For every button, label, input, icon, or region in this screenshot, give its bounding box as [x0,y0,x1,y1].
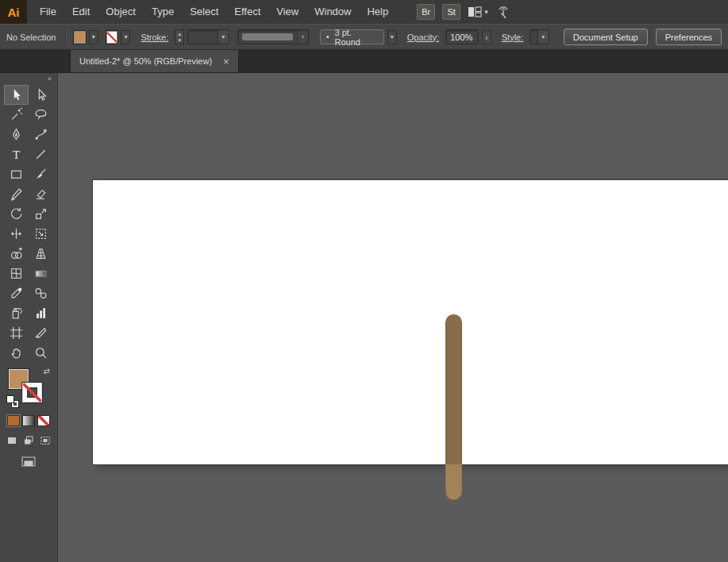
shaper-tool[interactable] [4,184,29,204]
rotate-tool[interactable] [4,204,29,224]
canvas-object-stick[interactable] [445,314,462,500]
free-transform-icon [34,227,48,241]
brush-dropdown[interactable]: ▾ [387,30,397,44]
swap-fill-stroke-icon[interactable]: ⇄ [44,367,50,375]
tab-title: Untitled-2* @ 50% (RGB/Preview) [79,56,212,66]
workspace-switcher[interactable]: ▾ [468,6,488,17]
brush-dot-icon: • [326,33,329,41]
hand-tool[interactable] [4,343,29,363]
draw-behind-button[interactable] [22,434,36,447]
pen-tool[interactable] [4,125,29,144]
style-label[interactable]: Style: [502,33,524,42]
menu-effect[interactable]: Effect [226,0,268,24]
opacity-menu-button[interactable]: › [482,30,491,44]
stepper-up-icon[interactable]: ▴ [175,30,183,37]
change-screen-mode-button[interactable] [19,455,38,468]
chevron-down-icon[interactable]: ▾ [218,30,229,44]
gradient-icon [34,267,48,280]
direct-selection-icon [34,88,48,102]
perspective-grid-tool[interactable] [29,244,53,264]
document-setup-button[interactable]: Document Setup [564,29,648,45]
stroke-color-swatch[interactable] [106,31,118,44]
menu-window[interactable]: Window [306,0,359,24]
gradient-tool[interactable] [29,264,53,283]
gradient-proxy-button[interactable] [22,415,35,426]
canvas-pasteboard[interactable] [58,73,728,562]
close-tab-icon[interactable]: × [223,56,229,67]
selection-tool[interactable] [4,85,29,105]
stock-button[interactable]: St [442,4,460,20]
eyedropper-icon [10,287,23,300]
stroke-swatch[interactable] [22,383,42,402]
chevron-right-icon: › [485,33,488,42]
menu-items: File Edit Object Type Select Effect View… [32,0,396,24]
stroke-weight-stepper[interactable]: ▴ ▾ [175,29,184,44]
tools-panel: « [0,73,58,562]
eraser-tool[interactable] [29,184,53,204]
rotate-icon [10,207,23,221]
symbol-sprayer-tool[interactable] [4,303,29,323]
shape-builder-icon [10,247,23,260]
workspace-layout-icon [468,6,482,17]
paintbrush-tool[interactable] [29,164,53,184]
fill-color-swatch[interactable] [74,31,86,44]
none-proxy-button[interactable] [37,415,50,426]
style-combo[interactable]: ▾ [530,29,549,44]
screen-mode-row [0,455,57,468]
scale-tool[interactable] [29,204,53,224]
screen-mode-icon [21,456,36,467]
menu-object[interactable]: Object [98,0,144,24]
bridge-button[interactable]: Br [417,4,435,20]
touch-gesture-icon[interactable] [495,5,511,19]
line-segment-tool[interactable] [29,144,53,164]
magic-wand-tool[interactable] [4,105,29,125]
shape-builder-tool[interactable] [4,244,29,264]
column-graph-tool[interactable] [29,303,53,323]
chevron-down-icon: ▾ [297,30,308,44]
direct-selection-tool[interactable] [29,85,53,105]
menu-select[interactable]: Select [182,0,226,24]
eyedropper-tool[interactable] [4,283,29,303]
artboard-tool[interactable] [4,323,29,343]
artboard[interactable] [93,180,728,464]
none-slash-icon [23,383,41,402]
type-tool[interactable]: T [4,144,29,164]
scale-icon [34,207,48,221]
stepper-down-icon[interactable]: ▾ [175,37,183,44]
preferences-button[interactable]: Preferences [656,29,722,45]
blend-tool[interactable] [29,283,53,303]
line-segment-icon [34,148,48,161]
fill-swatch-dropdown[interactable]: ▾ [89,30,98,44]
opacity-label[interactable]: Opacity: [407,33,439,42]
stroke-weight-label[interactable]: Stroke: [141,33,168,42]
draw-inside-button[interactable] [39,434,52,447]
perspective-grid-icon [34,247,48,260]
menu-edit[interactable]: Edit [64,0,98,24]
slice-icon [34,326,48,340]
width-tool[interactable] [4,224,29,244]
stroke-weight-combo[interactable]: ▾ [187,29,229,44]
document-tab[interactable]: Untitled-2* @ 50% (RGB/Preview) × [70,50,239,72]
main-area: « [0,73,728,562]
slice-tool[interactable] [29,323,53,343]
opacity-combo[interactable]: 100% [445,29,479,44]
menu-view[interactable]: View [268,0,306,24]
rectangle-tool[interactable] [4,164,29,184]
brush-definition-combo[interactable]: • 3 pt. Round [320,29,384,44]
free-transform-tool[interactable] [29,224,53,244]
mesh-icon [10,267,23,280]
mesh-tool[interactable] [4,264,29,283]
zoom-tool[interactable] [29,343,53,363]
collapse-panel-icon[interactable]: « [0,73,57,85]
width-tool-icon [10,227,23,241]
draw-normal-button[interactable] [6,434,19,447]
color-proxy-button[interactable] [7,415,20,426]
lasso-tool[interactable] [29,105,53,125]
menu-file[interactable]: File [32,0,64,24]
menu-help[interactable]: Help [359,0,396,24]
default-fill-stroke-icon[interactable] [7,396,18,407]
chevron-down-icon[interactable]: ▾ [537,30,549,44]
stroke-swatch-dropdown[interactable]: ▾ [121,30,130,44]
menu-type[interactable]: Type [144,0,182,24]
curvature-tool[interactable] [29,125,53,144]
